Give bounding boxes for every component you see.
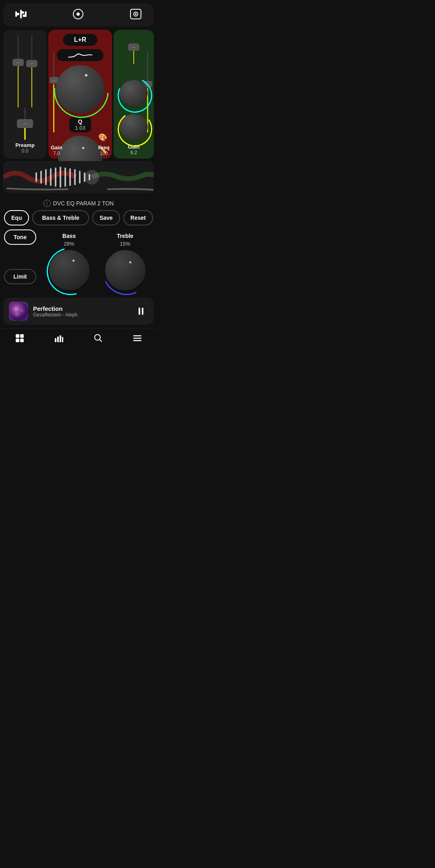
right-knob-top[interactable] — [120, 80, 148, 106]
preamp-main-fader[interactable] — [16, 107, 34, 140]
bass-label: Bass — [62, 233, 76, 239]
track-title: Perfection — [33, 305, 129, 312]
svg-rect-29 — [20, 334, 24, 338]
gain-knob-dot — [85, 74, 87, 76]
svg-rect-12 — [40, 171, 42, 184]
svg-point-27 — [15, 312, 19, 316]
paint-icon[interactable]: 🎨 — [98, 133, 107, 142]
treble-value: 15% — [120, 241, 130, 247]
preamp-fader-left[interactable] — [12, 35, 24, 107]
svg-rect-19 — [74, 169, 76, 185]
right-knob-bottom[interactable] — [120, 114, 148, 140]
gain-knob-container — [56, 65, 104, 114]
q-label: Q — [75, 118, 85, 125]
svg-rect-5 — [23, 14, 27, 17]
preset-name-text: DVC EQ PARAM 2 TON — [53, 200, 114, 207]
treble-label: Treble — [117, 233, 133, 239]
preamp-label-area: Preamp 0.0 — [15, 142, 35, 155]
svg-rect-18 — [69, 168, 71, 186]
top-bar — [3, 3, 154, 27]
bottom-nav — [0, 328, 157, 349]
nav-chart[interactable] — [54, 333, 64, 343]
bass-value: 28% — [64, 241, 74, 247]
treble-knob-group: Treble 15% — [105, 233, 145, 290]
svg-point-36 — [95, 335, 100, 340]
svg-rect-17 — [64, 167, 66, 187]
gain-knob[interactable] — [56, 65, 104, 114]
bass-treble-button[interactable]: Bass & Treble — [32, 210, 89, 225]
now-playing: Perfection Gesaffelstein - Aleph — [3, 298, 154, 325]
right-gain-value: 6.2 — [128, 150, 140, 155]
waveform-bar[interactable] — [3, 161, 154, 193]
freq-label-group: Freq 100 — [98, 145, 110, 156]
tone-button[interactable]: Tone — [4, 229, 36, 245]
svg-point-7 — [77, 12, 80, 16]
button-row: Equ Bass & Treble Save Reset — [0, 210, 157, 229]
waveform-canvas — [3, 161, 154, 193]
pause-icon — [139, 308, 143, 315]
treble-knob[interactable] — [105, 250, 145, 290]
nav-menu[interactable] — [133, 333, 142, 343]
bass-knob[interactable] — [49, 250, 89, 290]
save-button[interactable]: Save — [92, 210, 120, 225]
bass-knob-dot — [72, 260, 75, 262]
equ-button[interactable]: Equ — [4, 210, 29, 225]
freq-value: 100 — [98, 151, 110, 156]
bass-knob-group: Bass 28% — [49, 233, 89, 290]
limit-button[interactable]: Limit — [4, 269, 36, 284]
curve-button[interactable] — [57, 49, 104, 61]
svg-point-25 — [14, 306, 19, 311]
svg-rect-30 — [16, 339, 19, 342]
eq-section: Preamp 0.0 L+R Q 1.03 — [3, 30, 154, 159]
preset-name-row: i DVC EQ PARAM 2 TON — [0, 196, 157, 210]
lr-button[interactable]: L+R — [63, 34, 98, 46]
svg-rect-34 — [60, 335, 61, 342]
svg-rect-15 — [55, 167, 56, 187]
track-artist: Gesaffelstein - Aleph — [33, 312, 129, 318]
preamp-panel: Preamp 0.0 — [3, 30, 47, 159]
svg-rect-2 — [20, 10, 22, 19]
reset-button[interactable]: Reset — [123, 210, 153, 225]
svg-point-26 — [20, 309, 23, 312]
svg-rect-32 — [55, 338, 56, 342]
center-eq-panel: L+R Q 1.03 🎨 ✏️ Gain — [48, 30, 112, 159]
svg-rect-16 — [60, 167, 61, 188]
svg-point-10 — [135, 13, 137, 15]
freq-label: Freq — [98, 145, 110, 151]
right-eq-panel: Gain 6.2 — [114, 30, 154, 159]
right-fader-main[interactable] — [128, 35, 139, 64]
album-art — [9, 302, 28, 321]
q-badge: Q 1.03 — [69, 117, 91, 132]
nav-search[interactable] — [93, 333, 103, 343]
nav-grid[interactable] — [15, 333, 25, 343]
pause-button[interactable] — [134, 304, 148, 318]
preamp-label: Preamp — [15, 142, 35, 148]
center-bottom-labels: Gain 7.0 Freq 100 — [51, 145, 110, 156]
q-value: 1.03 — [75, 125, 85, 131]
svg-rect-3 — [20, 11, 24, 14]
info-icon[interactable]: i — [44, 200, 51, 207]
preamp-value: 0.0 — [15, 148, 35, 154]
svg-rect-13 — [45, 169, 47, 185]
svg-line-37 — [99, 339, 102, 342]
svg-rect-35 — [62, 337, 63, 342]
svg-rect-31 — [20, 339, 24, 342]
svg-rect-14 — [50, 168, 52, 186]
treble-knob-dot — [129, 261, 131, 263]
tone-section: Tone Limit Bass 28% Treble 15% — [0, 229, 157, 294]
surround-icon[interactable] — [130, 8, 142, 21]
svg-rect-33 — [57, 337, 59, 342]
svg-point-24 — [9, 302, 28, 321]
record-icon[interactable] — [72, 8, 84, 21]
mixer-icon[interactable] — [15, 10, 27, 20]
track-info: Perfection Gesaffelstein - Aleph — [33, 305, 129, 318]
gain-value: 7.0 — [51, 151, 62, 156]
svg-rect-28 — [16, 334, 19, 338]
side-buttons: Tone Limit — [4, 229, 36, 284]
tone-knobs-row: Bass 28% Treble 15% — [41, 229, 153, 290]
svg-rect-1 — [15, 13, 19, 15]
preamp-fader-right[interactable] — [26, 35, 37, 107]
gain-label: Gain — [51, 145, 62, 151]
preamp-faders — [12, 35, 37, 107]
svg-rect-20 — [79, 171, 81, 184]
